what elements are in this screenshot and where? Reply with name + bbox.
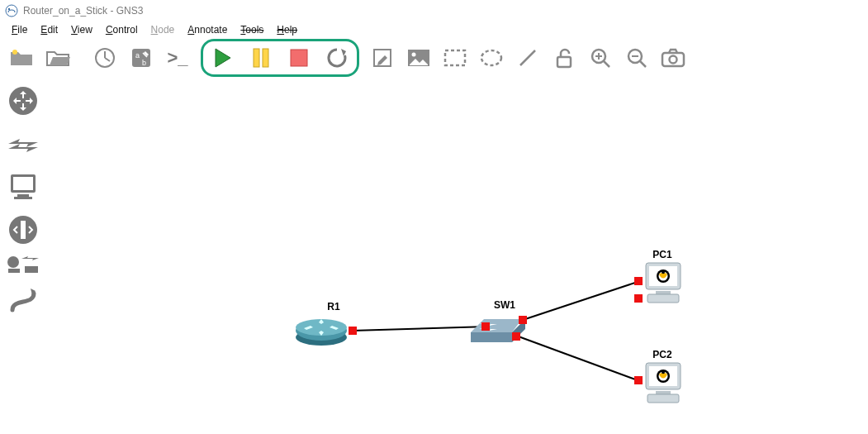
console-button[interactable]: >_ [164,45,191,71]
note-button[interactable] [369,45,396,71]
menu-node: Node [145,22,182,37]
port-sw1-se[interactable] [512,332,520,341]
svg-rect-54 [656,391,671,394]
svg-rect-47 [656,291,671,294]
line-button[interactable] [515,45,541,71]
new-project-button[interactable] [8,45,35,71]
svg-rect-28 [13,177,33,190]
port-sw1-w[interactable] [481,322,490,331]
zoom-in-button[interactable] [587,45,614,71]
svg-point-2 [12,50,17,55]
svg-rect-35 [25,266,38,273]
node-label-sw1: SW1 [494,299,515,311]
ellipse-button[interactable] [478,45,505,71]
svg-text:b: b [142,59,146,67]
screenshot-button[interactable] [660,45,686,71]
svg-line-22 [640,61,646,67]
app-icon [5,4,18,17]
node-pc2[interactable] [641,361,685,404]
svg-rect-13 [445,50,465,65]
menu-view[interactable]: View [64,22,99,37]
svg-rect-8 [263,49,268,67]
pause-button[interactable] [248,45,274,71]
svg-rect-55 [647,394,679,403]
svg-rect-48 [647,294,679,303]
node-label-pc1: PC1 [652,249,671,260]
svg-point-25 [670,56,677,64]
palette-all-devices-button[interactable] [5,255,41,274]
svg-rect-32 [21,221,26,239]
svg-rect-34 [8,269,20,273]
links-layer [46,78,868,434]
reload-button[interactable] [324,45,350,71]
palette-security-button[interactable] [5,212,41,248]
menu-control[interactable]: Control [99,22,145,37]
port-pc1[interactable] [634,294,643,303]
menubar: File Edit View Control Node Annotate Too… [0,21,868,38]
palette-routers-button[interactable] [5,83,41,119]
svg-point-53 [662,370,665,374]
device-palette [0,78,46,434]
svg-point-12 [412,53,416,57]
svg-point-1 [8,8,10,10]
menu-edit[interactable]: Edit [34,22,64,37]
svg-point-46 [662,270,665,274]
svg-text:a: a [135,51,140,60]
palette-switches-button[interactable] [5,126,41,162]
image-button[interactable] [406,45,432,71]
node-label-pc2: PC2 [652,349,671,360]
svg-point-14 [481,50,501,65]
snapshot-button[interactable] [92,45,118,71]
palette-end-devices-button[interactable] [5,169,41,205]
port-pc2[interactable] [634,376,643,384]
svg-rect-30 [14,197,32,199]
node-label-r1: R1 [327,301,339,312]
port-r1-e0[interactable] [349,327,357,335]
palette-cable-button[interactable] [5,281,41,317]
simulation-controls-highlight [201,39,359,77]
node-pc1[interactable] [641,261,685,304]
start-button[interactable] [210,45,236,71]
svg-line-15 [520,50,535,65]
rect-button[interactable] [442,45,468,71]
node-r1[interactable] [294,316,349,344]
port-sw1-ne[interactable] [519,316,527,324]
menu-tools[interactable]: Tools [234,22,270,37]
stop-button[interactable] [286,45,312,71]
zoom-out-button[interactable] [624,45,650,71]
labels-button[interactable]: ab [128,45,154,71]
svg-point-33 [7,256,19,268]
lock-button[interactable] [551,45,577,71]
menu-annotate[interactable]: Annotate [181,22,234,37]
svg-line-37 [520,282,638,321]
svg-rect-16 [557,57,571,67]
open-project-button[interactable] [45,45,71,71]
svg-rect-29 [17,194,29,197]
titlebar: Router_on_a_Stick - GNS3 [0,0,868,21]
svg-line-18 [604,61,609,67]
menu-help[interactable]: Help [270,22,304,37]
port-pc1-b[interactable] [634,277,643,285]
svg-rect-7 [254,49,259,67]
svg-point-0 [6,5,17,17]
topology-canvas[interactable]: R1 SW1 PC1 [46,78,868,434]
menu-file[interactable]: File [5,22,34,37]
window-title: Router_on_a_Stick - GNS3 [23,5,143,17]
svg-rect-9 [291,50,307,66]
toolbar: ab >_ [0,38,868,78]
svg-line-38 [516,336,638,380]
